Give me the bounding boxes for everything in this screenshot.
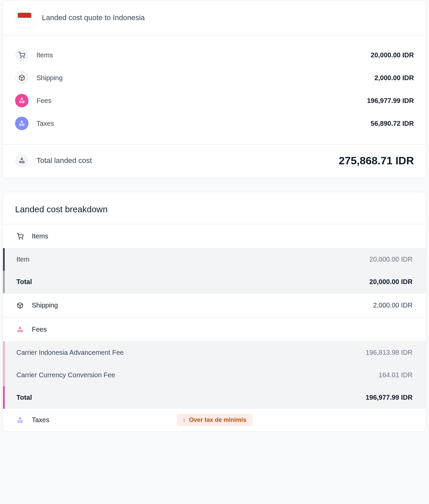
- quote-summary-card: Landed cost quote to Indonesia Items 20,…: [3, 0, 426, 178]
- items-section-label: Items: [32, 232, 48, 240]
- summary-row-fees: Fees 196,977.99 IDR: [15, 89, 414, 112]
- cart-icon: [15, 48, 28, 62]
- arrow-up-icon: ↑: [183, 417, 186, 423]
- svg-point-12: [19, 238, 20, 239]
- shapes-icon: [15, 94, 28, 107]
- breakdown-title: Landed cost breakdown: [15, 204, 414, 215]
- quote-summary-body: Items 20,000.00 IDR Shipping 2,000.00 ID…: [3, 36, 426, 144]
- cart-icon: [16, 233, 24, 240]
- item-total-row: Total 20,000.00 IDR: [3, 271, 426, 293]
- breakdown-items-header: Items: [3, 224, 426, 248]
- items-detail-block: Item 20,000.00 IDR Total 20,000.00 IDR: [3, 248, 426, 293]
- item-total-label: Total: [16, 278, 32, 286]
- total-label: Total landed cost: [37, 156, 92, 165]
- item-detail-row: Item 20,000.00 IDR: [3, 248, 426, 271]
- breakdown-taxes-header: Taxes ↑ Over tax de minimis: [3, 409, 426, 431]
- summary-row-taxes: Taxes 56,890.72 IDR: [15, 112, 414, 135]
- box-icon: [15, 71, 28, 85]
- breakdown-shipping-row: Shipping 2,000.00 IDR: [3, 293, 426, 318]
- fee-total-value: 196,977.99 IDR: [366, 394, 413, 401]
- item-row-label: Item: [16, 256, 29, 263]
- svg-marker-9: [21, 158, 23, 160]
- svg-marker-15: [19, 327, 21, 328]
- total-section: Total landed cost 275,868.71 IDR: [3, 144, 426, 178]
- fee-total-label: Total: [16, 394, 32, 401]
- shipping-section-label: Shipping: [32, 301, 58, 309]
- badge-text: Over tax de minimis: [189, 416, 246, 424]
- svg-rect-11: [22, 161, 24, 163]
- quote-header: Landed cost quote to Indonesia: [3, 0, 426, 36]
- svg-point-4: [19, 101, 21, 103]
- svg-point-16: [18, 330, 19, 332]
- svg-point-13: [22, 238, 23, 239]
- shipping-value: 2,000.00 IDR: [374, 74, 414, 82]
- shipping-section-value: 2,000.00 IDR: [373, 301, 413, 309]
- svg-rect-8: [22, 124, 24, 126]
- quote-title: Landed cost quote to Indonesia: [42, 13, 145, 22]
- fees-label: Fees: [37, 97, 51, 105]
- fees-detail-block: Carrier Indonesia Advancement Fee 196,81…: [3, 341, 426, 409]
- breakdown-card: Landed cost breakdown Items Item 20,000.…: [3, 192, 426, 432]
- svg-marker-6: [21, 121, 23, 122]
- fee-row-currency: Carrier Currency Conversion Fee 164.01 I…: [3, 364, 426, 386]
- svg-point-7: [19, 124, 21, 126]
- fee-advancement-value: 196,813.98 IDR: [366, 349, 413, 356]
- fee-advancement-label: Carrier Indonesia Advancement Fee: [16, 349, 124, 356]
- item-total-value: 20,000.00 IDR: [369, 278, 413, 286]
- items-value: 20,000.00 IDR: [371, 51, 414, 59]
- shipping-label: Shipping: [37, 74, 63, 82]
- fee-currency-label: Carrier Currency Conversion Fee: [16, 371, 115, 379]
- fee-total-row: Total 196,977.99 IDR: [3, 386, 426, 409]
- svg-point-0: [21, 57, 21, 58]
- fee-currency-value: 164.01 IDR: [379, 371, 413, 379]
- svg-rect-20: [21, 421, 22, 422]
- total-value: 275,868.71 IDR: [339, 155, 414, 167]
- fees-value: 196,977.99 IDR: [367, 97, 414, 105]
- box-icon: [16, 302, 24, 309]
- summary-row-shipping: Shipping 2,000.00 IDR: [15, 66, 414, 89]
- taxes-label: Taxes: [37, 120, 54, 127]
- svg-marker-18: [19, 417, 21, 419]
- taxes-value: 56,890.72 IDR: [371, 120, 414, 127]
- country-flag-indonesia: [15, 8, 34, 27]
- svg-point-19: [18, 421, 19, 422]
- shapes-icon: [16, 416, 24, 424]
- fee-row-advancement: Carrier Indonesia Advancement Fee 196,81…: [3, 341, 426, 364]
- taxes-section-label: Taxes: [32, 416, 49, 424]
- fees-section-label: Fees: [32, 326, 47, 333]
- item-row-value: 20,000.00 IDR: [369, 256, 413, 263]
- shapes-icon: [15, 117, 28, 130]
- svg-marker-3: [21, 98, 23, 100]
- breakdown-header: Landed cost breakdown: [3, 192, 426, 224]
- over-tax-de-minimis-badge: ↑ Over tax de minimis: [177, 414, 252, 426]
- svg-rect-17: [21, 330, 22, 332]
- shapes-icon: [15, 154, 28, 167]
- svg-point-10: [19, 161, 21, 163]
- svg-point-1: [24, 57, 24, 58]
- svg-rect-5: [22, 101, 24, 103]
- items-label: Items: [37, 51, 53, 59]
- summary-row-items: Items 20,000.00 IDR: [15, 44, 414, 66]
- breakdown-fees-header: Fees: [3, 318, 426, 341]
- shapes-icon: [16, 326, 24, 333]
